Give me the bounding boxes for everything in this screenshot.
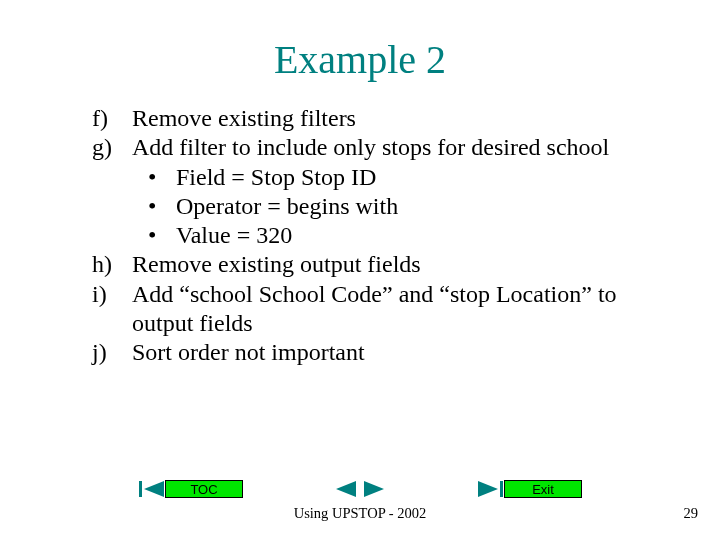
page-number: 29: [684, 505, 699, 522]
slide-body: f) Remove existing filters g) Add filter…: [92, 104, 652, 367]
sub-item: • Value = 320: [142, 221, 652, 250]
item-marker: f): [92, 104, 132, 133]
prev-icon[interactable]: [333, 480, 360, 498]
sub-text: Field = Stop Stop ID: [176, 163, 652, 192]
slide: Example 2 f) Remove existing filters g) …: [0, 0, 720, 540]
svg-marker-1: [144, 481, 164, 497]
item-text: Remove existing filters: [132, 104, 652, 133]
sub-item: • Field = Stop Stop ID: [142, 163, 652, 192]
nav-cluster-left: TOC: [138, 480, 243, 498]
list-item: g) Add filter to include only stops for …: [92, 133, 652, 250]
last-icon[interactable]: [477, 480, 504, 498]
slide-title: Example 2: [0, 36, 720, 83]
item-marker: h): [92, 250, 132, 279]
ordered-list: f) Remove existing filters g) Add filter…: [92, 104, 652, 367]
item-marker: i): [92, 280, 132, 339]
toc-button[interactable]: TOC: [165, 480, 243, 498]
bullet-icon: •: [142, 163, 176, 192]
sub-text: Operator = begins with: [176, 192, 652, 221]
item-text: Add filter to include only stops for des…: [132, 133, 652, 250]
toc-label: TOC: [190, 482, 217, 497]
list-item: h) Remove existing output fields: [92, 250, 652, 279]
item-text: Sort order not important: [132, 338, 652, 367]
list-item: i) Add “school School Code” and “stop Lo…: [92, 280, 652, 339]
nav-cluster-right: Exit: [477, 480, 582, 498]
footer-text: Using UPSTOP - 2002: [0, 505, 720, 522]
item-text: Add “school School Code” and “stop Locat…: [132, 280, 652, 339]
svg-marker-4: [478, 481, 498, 497]
sub-item: • Operator = begins with: [142, 192, 652, 221]
exit-button[interactable]: Exit: [504, 480, 582, 498]
list-item: j) Sort order not important: [92, 338, 652, 367]
exit-label: Exit: [532, 482, 554, 497]
first-icon[interactable]: [138, 480, 165, 498]
sub-text: Value = 320: [176, 221, 652, 250]
svg-rect-5: [500, 481, 503, 497]
list-item: f) Remove existing filters: [92, 104, 652, 133]
next-icon[interactable]: [360, 480, 387, 498]
nav-cluster-mid: [333, 480, 387, 498]
item-marker: g): [92, 133, 132, 250]
svg-marker-3: [364, 481, 384, 497]
item-text: Remove existing output fields: [132, 250, 652, 279]
item-marker: j): [92, 338, 132, 367]
svg-rect-0: [139, 481, 142, 497]
bullet-icon: •: [142, 192, 176, 221]
sub-list: • Field = Stop Stop ID • Operator = begi…: [142, 163, 652, 251]
item-text-inner: Add filter to include only stops for des…: [132, 134, 609, 160]
bullet-icon: •: [142, 221, 176, 250]
nav-bar: TOC Exit: [0, 480, 720, 498]
svg-marker-2: [336, 481, 356, 497]
